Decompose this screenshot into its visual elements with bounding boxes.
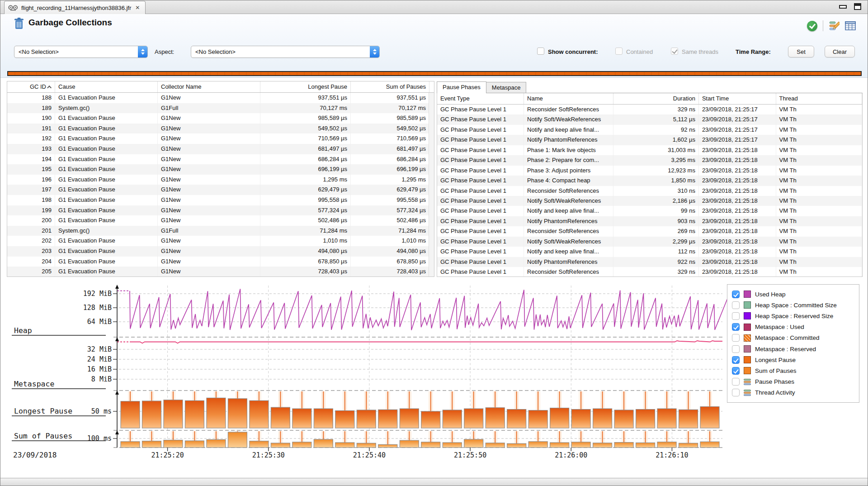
table-cell[interactable]: GC Phase Pause Level 1 [437, 125, 524, 135]
table-row[interactable]: 204G1 Evacuation PauseG1New678,850 µs678… [7, 257, 434, 267]
maximize-icon[interactable] [854, 3, 861, 10]
table-cell[interactable]: 995,558 µs [351, 195, 429, 205]
table-cell[interactable]: GC Phase Pause Level 1 [437, 155, 524, 165]
table-cell[interactable]: 23/09/2018, 21:25:18 [699, 226, 776, 236]
table-cell[interactable]: 269 ns [613, 226, 699, 236]
table-cell[interactable]: G1 Evacuation Pause [55, 236, 158, 246]
table-row[interactable]: GC Phase Pause Level 1Reconsider SoftRef… [437, 105, 862, 114]
table-cell[interactable]: 193 [7, 144, 55, 154]
table-row[interactable]: GC Phase Pause Level 1Notify PhantomRefe… [437, 135, 862, 145]
table-cell[interactable]: G1New [158, 236, 260, 246]
table-cell[interactable]: Phase 4: Compact heap [524, 176, 613, 186]
table-row[interactable]: GC Phase Pause Level 1Notify Soft/WeakRe… [437, 114, 862, 124]
legend-checkbox[interactable] [732, 378, 740, 386]
table-cell[interactable]: 549,502 µs [351, 124, 429, 134]
table-row[interactable]: GC Phase Pause Level 1Phase 3: Adjust po… [437, 166, 862, 176]
table-cell[interactable]: System.gc() [55, 226, 158, 236]
table-row[interactable]: 197G1 Evacuation PauseG1New629,479 µs629… [7, 185, 434, 195]
table-cell[interactable]: Phase 2: Prepare for com... [524, 155, 613, 165]
table-cell[interactable]: G1New [158, 113, 260, 124]
table-cell[interactable]: 71,284 ms [351, 226, 429, 236]
table-cell[interactable]: 710,569 µs [260, 133, 351, 144]
table-cell[interactable]: 681,497 µs [351, 144, 429, 154]
gc-col-header[interactable]: GC ID [7, 81, 55, 92]
phases-col-header[interactable]: Duration [613, 93, 699, 104]
table-row[interactable]: GC Phase Pause Level 1Phase 4: Compact h… [437, 176, 862, 186]
table-cell[interactable]: 23/09/2018, 21:25:17 [699, 114, 776, 124]
table-row[interactable]: 193G1 Evacuation PauseG1New681,497 µs681… [7, 144, 434, 154]
table-cell[interactable]: 23/09/2018, 21:25:18 [699, 206, 776, 216]
table-cell[interactable]: G1New [158, 185, 260, 195]
table-cell[interactable]: 99 ns [613, 206, 699, 216]
table-cell[interactable]: G1New [158, 205, 260, 216]
table-cell[interactable]: 922 ns [613, 257, 699, 267]
table-cell[interactable]: 310 ns [613, 186, 699, 196]
table-cell[interactable]: G1New [158, 93, 260, 103]
recording-tab[interactable]: flight_recording_11Harnessjython38836.jf… [4, 1, 146, 14]
table-cell[interactable]: VM Th [776, 237, 862, 247]
table-cell[interactable]: 1,850 ms [613, 176, 699, 186]
table-cell[interactable]: VM Th [776, 176, 862, 186]
table-cell[interactable]: G1 Evacuation Pause [55, 185, 158, 195]
table-cell[interactable]: 190 [7, 113, 55, 124]
table-cell[interactable]: 5,112 µs [613, 114, 699, 124]
table-cell[interactable]: 12,923 ms [613, 166, 699, 176]
legend-checkbox[interactable] [732, 356, 740, 364]
contained-checkbox[interactable] [615, 48, 623, 55]
combo-stepper-icon[interactable] [138, 46, 147, 57]
table-row[interactable]: 202G1 Evacuation PauseG1New1,010 ms1,010… [7, 236, 434, 246]
table-cell[interactable]: 985,589 µs [260, 113, 351, 124]
table-cell[interactable]: 188 [7, 93, 55, 103]
tab-pause-phases[interactable]: Pause Phases [437, 81, 486, 93]
table-cell[interactable]: 937,551 µs [260, 93, 351, 103]
table-row[interactable]: GC Phase Pause Level 1Notify and keep al… [437, 125, 862, 135]
table-row[interactable]: GC Phase Pause Level 1Notify and keep al… [437, 206, 862, 216]
table-cell[interactable]: G1New [158, 246, 260, 257]
table-row[interactable]: GC Phase Pause Level 1Notify and keep al… [437, 247, 862, 257]
table-cell[interactable]: G1 Evacuation Pause [55, 257, 158, 267]
table-cell[interactable]: 192 [7, 133, 55, 144]
edit-rules-icon[interactable] [829, 20, 840, 31]
table-cell[interactable]: 195 [7, 164, 55, 175]
table-cell[interactable]: 686,284 µs [351, 154, 429, 165]
table-cell[interactable]: 23/09/2018, 21:25:18 [699, 216, 776, 226]
table-cell[interactable]: VM Th [776, 114, 862, 124]
phases-col-header[interactable]: Start Time [699, 93, 776, 104]
table-cell[interactable]: 23/09/2018, 21:25:18 [699, 267, 776, 277]
aspect-combo[interactable]: <No Selection> [191, 46, 380, 58]
table-cell[interactable]: 2,299 µs [613, 237, 699, 247]
table-cell[interactable]: GC Phase Pause Level 1 [437, 206, 524, 216]
table-row[interactable]: GC Phase Pause Level 1Notify Soft/WeakRe… [437, 237, 862, 247]
table-cell[interactable]: G1New [158, 133, 260, 144]
table-cell[interactable]: G1New [158, 195, 260, 205]
same-threads-checkbox[interactable] [671, 48, 678, 55]
table-cell[interactable]: 112 ns [613, 247, 699, 257]
table-cell[interactable]: 23/09/2018, 21:25:18 [699, 176, 776, 186]
table-cell[interactable]: G1Full [158, 226, 260, 236]
table-cell[interactable]: VM Th [776, 135, 862, 145]
table-cell[interactable]: 70,127 ms [351, 103, 429, 114]
table-cell[interactable]: 1,295 ms [351, 175, 429, 185]
table-cell[interactable]: 1,010 ms [351, 236, 429, 246]
table-cell[interactable]: G1New [158, 164, 260, 175]
table-cell[interactable]: GC Phase Pause Level 1 [437, 216, 524, 226]
table-cell[interactable]: 23/09/2018, 21:25:17 [699, 105, 776, 114]
table-row[interactable]: GC Phase Pause Level 1Notify Soft/WeakRe… [437, 196, 862, 206]
table-row[interactable]: 195G1 Evacuation PauseG1New696,199 µs696… [7, 164, 434, 175]
gc-chart[interactable]: 21:25:2021:25:3021:25:4021:25:5021:26:00… [0, 277, 728, 461]
table-cell[interactable]: VM Th [776, 206, 862, 216]
table-cell[interactable]: 728,403 µs [260, 267, 351, 277]
table-cell[interactable]: G1 Evacuation Pause [55, 215, 158, 226]
table-cell[interactable]: 678,850 µs [260, 257, 351, 267]
table-cell[interactable]: 629,479 µs [351, 185, 429, 195]
table-cell[interactable]: 204 [7, 257, 55, 267]
table-cell[interactable]: 202 [7, 236, 55, 246]
legend-checkbox[interactable] [732, 367, 740, 375]
table-cell[interactable]: GC Phase Pause Level 1 [437, 247, 524, 257]
table-cell[interactable]: Notify and keep alive final... [524, 125, 613, 135]
table-cell[interactable]: 502,486 µs [351, 215, 429, 226]
table-row[interactable]: GC Phase Pause Level 1Notify PhantomRefe… [437, 257, 862, 267]
minimize-icon[interactable] [839, 5, 847, 9]
table-row[interactable]: 194G1 Evacuation PauseG1New686,284 µs686… [7, 154, 434, 165]
table-cell[interactable]: G1 Evacuation Pause [55, 175, 158, 185]
